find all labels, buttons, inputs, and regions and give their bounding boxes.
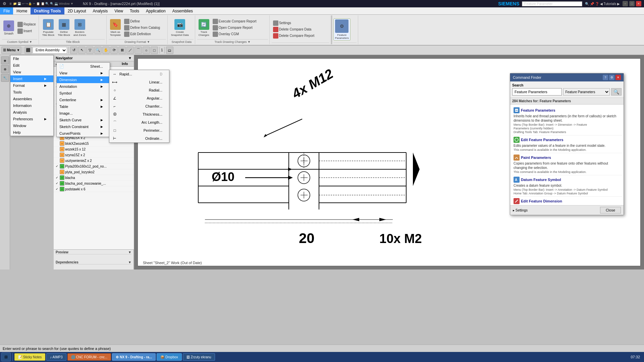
dim-thickness[interactable]: ⦿ Thickness...: [109, 110, 169, 118]
cf-result-3[interactable]: A Datum Feature Symbol Creates a datum f…: [512, 175, 622, 197]
menu-item-insert[interactable]: Insert ▶: [10, 75, 53, 82]
taskbar-screenshots[interactable]: 🖼 Zrzuty ekranu: [183, 353, 215, 361]
tb-fit[interactable]: ⊠: [118, 47, 126, 54]
ribbon-btn-insert[interactable]: Insert: [16, 28, 37, 34]
ribbon-btn-delete-compare-report[interactable]: Delete Compare Report: [272, 33, 316, 39]
nav-item-16[interactable]: ○ usztywnienieZ x 2: [54, 158, 134, 164]
ribbon-btn-replace[interactable]: Replace: [16, 21, 37, 27]
tb-filter[interactable]: ▽: [86, 47, 94, 54]
nav-item-14[interactable]: ○ wozek15 x 12: [54, 146, 134, 152]
dim-linear[interactable]: ⟷ Linear...: [109, 78, 169, 86]
menu-assemblies[interactable]: Assemblies: [169, 7, 196, 14]
nav-item-15[interactable]: ○ szyna15Z x 2: [54, 152, 134, 158]
taskbar-sticky[interactable]: 📝 Sticky Notes: [14, 353, 45, 361]
menu-item-format[interactable]: Format ▶: [10, 82, 53, 89]
insert-sub-image[interactable]: Image...: [57, 110, 110, 117]
menu-item-information[interactable]: Information: [10, 102, 53, 109]
menu-home[interactable]: Home: [13, 7, 31, 14]
minimize-btn[interactable]: −: [623, 1, 628, 6]
taskbar-dropbox[interactable]: 📦 Dropbox: [157, 353, 182, 361]
cf-results-list[interactable]: Feature Parameters Inherits hole and thr…: [510, 105, 624, 205]
dim-angular[interactable]: ∠ Angular...: [109, 94, 169, 102]
cf-result-4[interactable]: Edit Feature Dimension Edits the selecte…: [512, 197, 622, 205]
nav-scroll-btn[interactable]: ▼: [128, 56, 132, 60]
ribbon-btn-borders[interactable]: ⊞ Bordersand Zones: [72, 18, 88, 37]
feature-param-search[interactable]: Feature Parameter: [522, 1, 582, 6]
menu-item-file[interactable]: File: [10, 55, 53, 62]
dim-perimeter[interactable]: □ Perimeter...: [109, 126, 169, 134]
menu-item-help[interactable]: Help: [10, 129, 53, 136]
ribbon-btn-smash[interactable]: ⊕ Smash: [2, 20, 15, 36]
cf-settings-icon-btn[interactable]: ⚙: [609, 75, 614, 80]
tb-assembly-dropdown[interactable]: Entire Assembly: [33, 47, 67, 54]
ribbon-btn-track[interactable]: 🔄 TrackChanges: [197, 18, 211, 37]
ribbon-btn-mark-template[interactable]: 🔖 Mark asTemplate: [109, 18, 122, 37]
cf-search-btn[interactable]: 🔍: [611, 88, 622, 96]
insert-sub-sheet[interactable]: 📄Sheet...: [57, 63, 110, 70]
menu-item-window[interactable]: Window: [10, 122, 53, 129]
insert-sub-symbol[interactable]: Symbol: [57, 90, 110, 97]
tb-select[interactable]: ↖: [78, 47, 86, 54]
insert-sub-sketch-curve[interactable]: Sketch Curve ▶: [57, 117, 110, 123]
ribbon-btn-define-title[interactable]: ▦ DefineTitle Block: [56, 18, 71, 37]
nav-item-19[interactable]: ✓ ○ blacha: [54, 175, 134, 181]
ribbon-btn-delete-compare-data[interactable]: Delete Compare Data: [272, 26, 316, 33]
sidebar-icon-3[interactable]: 🔧: [1, 74, 9, 82]
ribbon-btn-snapshot[interactable]: 📷 CreateSnapshot Data: [170, 18, 190, 37]
menu-item-edit[interactable]: Edit: [10, 62, 53, 69]
tb-rotate[interactable]: ⟳: [110, 47, 118, 54]
cf-result-1[interactable]: Edit Feature Parameters Edits parameter …: [512, 135, 622, 153]
menu-application[interactable]: Application: [143, 7, 169, 14]
cf-close-x-btn[interactable]: ✕: [615, 75, 621, 80]
dim-ordinate[interactable]: ⊢ Ordinate...: [109, 134, 169, 142]
nav-col-info[interactable]: Info: [120, 61, 134, 66]
insert-sub-sketch-constraint[interactable]: Sketch Constraint ▶: [57, 123, 110, 130]
menu-item-tools[interactable]: Tools: [10, 89, 53, 96]
tb-btn1[interactable]: ⬛: [24, 47, 32, 54]
menu-analysis[interactable]: Analysis: [90, 7, 111, 14]
menu-item-assemblies[interactable]: Assemblies: [10, 96, 53, 102]
ribbon-btn-overlay[interactable]: Overlay CGM: [211, 31, 258, 37]
taskbar-nx[interactable]: ⚙ NX 9 - Drafting - ra...: [112, 353, 156, 361]
tb-layers[interactable]: 🗂: [166, 47, 173, 54]
insert-sub-annotation[interactable]: Annotation ▶: [57, 83, 110, 90]
tb-rect[interactable]: □: [151, 47, 158, 54]
taskbar-aimp[interactable]: ♪ AIMP3: [46, 353, 66, 361]
menu-drafting-tools[interactable]: Drafting Tools: [31, 7, 64, 14]
cf-search-input[interactable]: [512, 88, 562, 96]
ribbon-btn-define-catalog[interactable]: Define from Catalog: [123, 25, 161, 31]
ribbon-btn-feature-params[interactable]: ⚙ FeatureParameters: [333, 18, 351, 41]
ribbon-btn-edit-def[interactable]: Edit Definition: [123, 31, 161, 37]
nav-item-21[interactable]: ✓ ○ podstawki x 6: [54, 186, 134, 192]
tb-pan[interactable]: ✋: [102, 47, 110, 54]
insert-sub-dimension[interactable]: Dimension ▶: [57, 76, 110, 83]
menu-item-view[interactable]: View: [10, 69, 53, 75]
insert-sub-curve-points[interactable]: Curve/Points ▶: [57, 130, 110, 137]
dim-arc-length[interactable]: ⌒ Arc Length...: [109, 118, 169, 126]
taskbar-forum[interactable]: 🌐 CNC FORUM - cnc...: [67, 353, 111, 361]
close-btn[interactable]: ✕: [636, 1, 641, 6]
cf-result-2[interactable]: Paint Parameters Copies parameters from …: [512, 153, 622, 175]
ribbon-btn-populate-title[interactable]: 📋 PopulateTitle Block: [41, 18, 56, 37]
sidebar-icon-2[interactable]: ⊕: [1, 65, 9, 73]
tb-menu-btn[interactable]: ☰ Menu ▼: [1, 47, 21, 54]
tb-line[interactable]: ／: [126, 47, 134, 54]
tb-zoom[interactable]: 🔍: [94, 47, 102, 54]
ribbon-btn-settings[interactable]: Settings: [272, 20, 316, 26]
tb-circle[interactable]: ○: [143, 47, 150, 54]
ribbon-btn-open-compare[interactable]: Open Compare Report: [211, 25, 258, 31]
insert-sub-centerline[interactable]: Centerline ▶: [57, 97, 110, 103]
menu-view[interactable]: View: [111, 7, 126, 14]
menu-tools[interactable]: Tools: [126, 7, 143, 14]
menu-item-preferences[interactable]: Preferences ▶: [10, 116, 53, 122]
maximize-btn[interactable]: □: [629, 1, 635, 6]
tb-refresh[interactable]: ↺: [70, 47, 77, 54]
dim-chamfer[interactable]: ⌐ Chamfer...: [109, 102, 169, 110]
menu-2d-layout[interactable]: 2D Layout: [64, 7, 90, 14]
ribbon-btn-execute-compare[interactable]: Execute Compare Report: [211, 18, 258, 24]
nav-item-17[interactable]: ✓ ○ Plyta200x160x12_pod_no...: [54, 164, 134, 169]
nav-item-18[interactable]: ○ plyta_pod_lozysko2: [54, 169, 134, 175]
ribbon-btn-define[interactable]: Define: [123, 18, 161, 24]
preview-toggle[interactable]: ▼: [128, 250, 131, 254]
cf-settings-label[interactable]: ▸ Settings: [513, 208, 528, 212]
